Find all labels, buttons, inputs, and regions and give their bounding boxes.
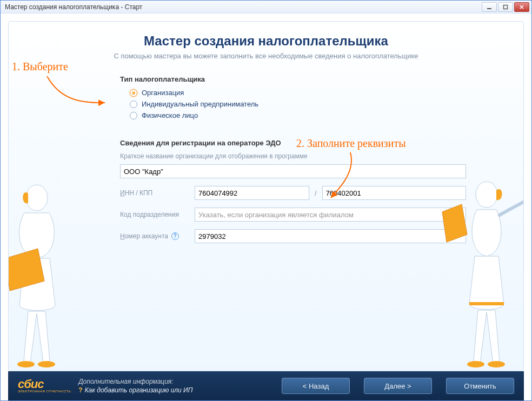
taxpayer-type-group: Организация Индивидуальный предпринимате… — [130, 89, 466, 119]
svg-rect-1 — [504, 5, 508, 9]
inn-underline: И — [120, 189, 125, 197]
org-name-input[interactable] — [120, 164, 466, 178]
svg-point-4 — [26, 185, 48, 211]
close-icon — [519, 4, 524, 10]
extra-info-title: Дополнительная информация: — [78, 377, 192, 386]
registration-legend: Сведения для регистрации на операторе ЭД… — [120, 139, 466, 147]
account-label: Номер аккаунта ? — [120, 232, 189, 240]
radio-row-ip[interactable]: Индивидуальный предприниматель — [130, 100, 466, 108]
sbis-logo: сбис ЭЛЕКТРОННАЯ ОТЧЕТНОСТЬ — [18, 379, 71, 393]
annotation-step1-text: 1. Выберите — [12, 61, 68, 72]
radio-individual-label: Физическое лицо — [142, 111, 198, 119]
footer: сбис ЭЛЕКТРОННАЯ ОТЧЕТНОСТЬ Дополнительн… — [8, 371, 524, 400]
content-outer: Мастер создания налогоплательщика С помо… — [1, 14, 531, 400]
decorative-figure-left — [8, 177, 87, 371]
back-button[interactable]: < Назад — [282, 378, 350, 394]
dept-row: Код подразделения — [120, 208, 466, 222]
inn-rest: НН / КПП — [125, 189, 153, 197]
svg-point-6 — [38, 361, 55, 367]
window: Мастер создания налогоплательщика - Стар… — [0, 0, 532, 401]
sbis-logo-text: сбис — [18, 379, 71, 390]
acct-rest: омер аккаунта — [125, 232, 168, 240]
dept-input[interactable] — [195, 208, 466, 222]
inn-input[interactable] — [195, 186, 309, 200]
inn-kpp-row: ИНН / КПП / — [120, 186, 466, 200]
radio-row-organization[interactable]: Организация — [130, 89, 466, 97]
help-icon[interactable]: ? — [171, 232, 179, 240]
titlebar: Мастер создания налогоплательщика - Стар… — [1, 1, 531, 14]
window-buttons — [482, 2, 529, 12]
org-name-hint: Краткое название организации для отображ… — [120, 152, 466, 160]
account-input[interactable] — [195, 229, 466, 243]
account-row: Номер аккаунта ? — [120, 229, 466, 243]
page-title: Мастер создания налогоплательщика — [23, 34, 509, 49]
svg-point-8 — [467, 361, 484, 367]
acct-underline: Н — [120, 232, 125, 240]
svg-point-7 — [476, 182, 497, 208]
cancel-button[interactable]: Отменить — [446, 378, 514, 394]
inn-kpp-slash: / — [315, 189, 317, 197]
radio-individual[interactable] — [130, 112, 137, 119]
form-area: Тип налогоплательщика Организация Индиви… — [120, 75, 466, 243]
minimize-icon — [487, 4, 492, 10]
maximize-button[interactable] — [498, 2, 513, 12]
next-button[interactable]: Далее > — [364, 378, 432, 394]
svg-point-9 — [488, 361, 505, 367]
minimize-button[interactable] — [482, 2, 497, 12]
svg-point-5 — [17, 361, 35, 367]
sbis-logo-sub: ЭЛЕКТРОННАЯ ОТЧЕТНОСТЬ — [18, 390, 71, 393]
window-title: Мастер создания налогоплательщика - Стар… — [5, 3, 482, 11]
inn-kpp-label: ИНН / КПП — [120, 189, 189, 197]
radio-row-individual[interactable]: Физическое лицо — [130, 111, 466, 119]
page-subtitle: С помощью мастера вы можете заполнить вс… — [23, 52, 509, 60]
close-button[interactable] — [514, 2, 529, 12]
radio-ip[interactable] — [130, 101, 137, 108]
radio-organization[interactable] — [130, 89, 137, 97]
annotation-step1: 1. Выберите — [12, 61, 68, 73]
extra-info-link[interactable]: Как добавить организацию или ИП — [85, 386, 193, 394]
decorative-figure-right — [436, 172, 524, 371]
dept-label: Код подразделения — [120, 211, 189, 218]
radio-organization-label: Организация — [142, 89, 184, 97]
radio-ip-label: Индивидуальный предприниматель — [142, 100, 258, 108]
question-icon: ? — [78, 386, 82, 394]
taxpayer-type-legend: Тип налогоплательщика — [120, 75, 466, 83]
maximize-icon — [503, 4, 508, 10]
extra-info: Дополнительная информация: ?Как добавить… — [78, 377, 192, 395]
registration-section: Сведения для регистрации на операторе ЭД… — [120, 139, 466, 243]
wizard-panel: Мастер создания налогоплательщика С помо… — [8, 21, 524, 371]
